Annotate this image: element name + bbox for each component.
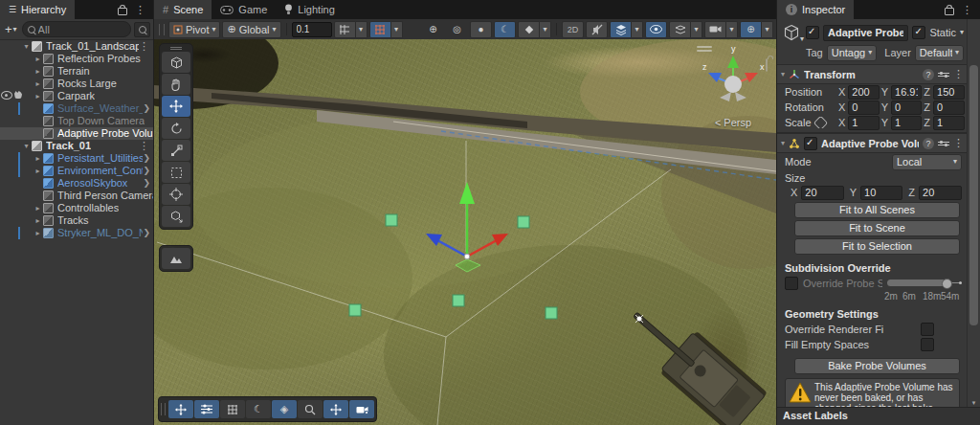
hierarchy-row-adaptive-probe-volume[interactable]: Adaptive Probe Volume	[0, 127, 153, 140]
mode-dropdown[interactable]: Local ▾	[892, 154, 962, 170]
hierarchy-row-stryker[interactable]: ▸ Stryker_ML_DO_N( ❯	[0, 227, 153, 239]
slider-handle[interactable]	[942, 279, 952, 289]
editor-tool-cube-button[interactable]	[162, 52, 190, 73]
global-toggle-button[interactable]: ⊕ Global ▾	[222, 21, 280, 38]
position-x-input[interactable]	[848, 85, 879, 100]
custom-tool-button[interactable]	[162, 206, 190, 227]
circle-dot-icon-button[interactable]: ◎	[446, 21, 468, 38]
overlay-drag-handle[interactable]	[162, 46, 190, 51]
hierarchy-row-track01-landscape[interactable]: ▾ Track_01_Landscape ⋮	[0, 40, 153, 53]
add-gameobject-button[interactable]: +▾	[3, 22, 19, 36]
transform-overlay-button[interactable]	[323, 400, 348, 418]
foldout-closed-icon[interactable]: ▸	[33, 65, 43, 78]
tab-scene[interactable]: # Scene	[154, 0, 212, 19]
orientation-gizmo[interactable]: y z x < Persp	[695, 42, 771, 134]
kebab-menu-icon[interactable]: ⋮	[135, 4, 145, 16]
kebab-menu-icon[interactable]: ⋮	[139, 140, 153, 152]
grid-snapping-toggle[interactable]	[369, 21, 391, 38]
pivot-toggle-button[interactable]: Pivot ▾	[168, 21, 220, 38]
rotation-x-input[interactable]	[848, 101, 879, 115]
prefab-chevron-icon[interactable]: ❯	[143, 227, 153, 239]
foldout-open-icon[interactable]: ▾	[781, 139, 785, 147]
fill-empty-checkbox[interactable]	[921, 338, 934, 351]
hierarchy-row-controllables[interactable]: ▸ Controllables	[0, 202, 153, 214]
kebab-menu-icon[interactable]: ⋮	[953, 68, 964, 80]
foldout-open-icon[interactable]: ▾	[21, 40, 32, 53]
view-tool-button[interactable]	[162, 74, 190, 95]
search-overlay-button[interactable]	[298, 400, 323, 418]
hierarchy-row-aerosolskybox[interactable]: AerosolSkybox ❯	[0, 177, 153, 190]
kebab-menu-icon[interactable]: ⋮	[139, 40, 153, 53]
prefab-chevron-icon[interactable]: ❯	[143, 152, 153, 165]
y-axis-cone[interactable]	[727, 56, 739, 68]
kebab-menu-icon[interactable]: ⋮	[953, 137, 964, 149]
foldout-open-icon[interactable]: ▾	[781, 70, 785, 78]
crosshair-icon-button[interactable]: ⊕	[422, 21, 444, 38]
foldout-closed-icon[interactable]: ▸	[33, 78, 43, 90]
sliders-overlay-button[interactable]	[194, 400, 219, 418]
camera-overlay-button[interactable]	[349, 400, 374, 418]
overlays-button[interactable]	[669, 21, 691, 38]
gameobject-name-input[interactable]	[823, 25, 908, 41]
2d-view-toggle[interactable]: 2D	[562, 21, 584, 38]
presets-icon[interactable]	[938, 73, 949, 77]
rotation-y-input[interactable]	[891, 101, 922, 115]
gizmo-diamond-button[interactable]: ◈	[272, 400, 297, 418]
foldout-closed-icon[interactable]: ▸	[33, 214, 43, 227]
chevron-down-icon[interactable]: ▾	[691, 21, 702, 38]
prefab-chevron-icon[interactable]: ❯	[143, 165, 153, 177]
prefab-chevron-icon[interactable]: ❯	[143, 102, 153, 115]
scale-y-input[interactable]	[891, 116, 922, 130]
grid-overlay-button[interactable]	[220, 400, 245, 418]
fit-to-all-scenes-button[interactable]: Fit to All Scenes	[794, 202, 960, 218]
scene-visibility-toggle[interactable]	[645, 21, 667, 38]
grid-size-input[interactable]	[292, 22, 332, 37]
chevron-down-icon[interactable]: ▾	[356, 21, 368, 38]
foldout-open-icon[interactable]: ▾	[21, 140, 32, 152]
layers-visibility-button[interactable]	[610, 21, 632, 38]
lock-icon[interactable]	[118, 8, 127, 15]
bake-probe-volumes-button[interactable]: Bake Probe Volumes	[794, 358, 960, 374]
gizmos-toggle[interactable]: ⊕	[740, 21, 762, 38]
rotate-tool-button[interactable]	[162, 118, 190, 139]
chevron-down-icon[interactable]: ▾	[540, 21, 551, 38]
pickability-hand-icon[interactable]	[14, 91, 22, 99]
scale-x-input[interactable]	[848, 116, 879, 130]
override-probe-checkbox[interactable]	[785, 277, 798, 290]
tab-lighting[interactable]: Lighting	[276, 0, 344, 19]
scene-visibility-eye-icon[interactable]	[1, 91, 12, 100]
lock-icon[interactable]	[945, 8, 954, 15]
scale-tool-button[interactable]	[162, 140, 190, 161]
size-y-input[interactable]	[860, 186, 902, 200]
transform-component-header[interactable]: ▾ Transform ? ⋮	[777, 64, 968, 84]
rotation-z-input[interactable]	[933, 101, 965, 115]
help-icon[interactable]: ?	[923, 69, 934, 80]
hierarchy-row-tracks[interactable]: ▸ Tracks	[0, 214, 153, 227]
hierarchy-row-surface-weather[interactable]: Surface_Weather_L ❯	[0, 102, 153, 115]
terrain-tool-button[interactable]	[162, 248, 190, 269]
asset-labels-section[interactable]: Asset Labels	[777, 407, 980, 425]
audio-mute-toggle[interactable]	[586, 21, 608, 38]
gizmo-lock-icon[interactable]	[766, 58, 768, 72]
probe-spacing-slider[interactable]	[887, 279, 962, 288]
overlay-drag-handle[interactable]	[161, 403, 166, 415]
foldout-closed-icon[interactable]: ▸	[33, 53, 43, 65]
z-axis-cone[interactable]	[708, 73, 722, 82]
foldout-closed-icon[interactable]: ▸	[33, 227, 43, 239]
chevron-down-icon[interactable]: ▾	[632, 21, 643, 38]
gizmo-center[interactable]	[464, 254, 470, 259]
active-checkbox[interactable]	[806, 26, 819, 39]
hierarchy-row-carpark[interactable]: ▸ Carpark	[0, 90, 153, 102]
hierarchy-row-terrain[interactable]: ▸ Terrain	[0, 65, 153, 78]
tab-inspector[interactable]: i Inspector	[777, 0, 854, 19]
toolbar-grip[interactable]	[159, 24, 165, 35]
size-z-input[interactable]	[919, 186, 962, 200]
hierarchy-row-rocks-large[interactable]: ▸ Rocks Large	[0, 78, 153, 90]
prefab-chevron-icon[interactable]: ❯	[143, 177, 153, 190]
chevron-down-icon[interactable]: ▾	[960, 29, 964, 36]
lighting-overlay-button[interactable]: ☾	[246, 400, 271, 418]
inspector-scrollbar[interactable]: ▾	[967, 19, 980, 409]
fit-to-scene-button[interactable]: Fit to Scene	[794, 220, 960, 236]
chevron-down-icon[interactable]: ▾	[762, 21, 773, 38]
hierarchy-row-persistant-utilities[interactable]: ▸ Persistant_Utilities ❯	[0, 152, 153, 165]
